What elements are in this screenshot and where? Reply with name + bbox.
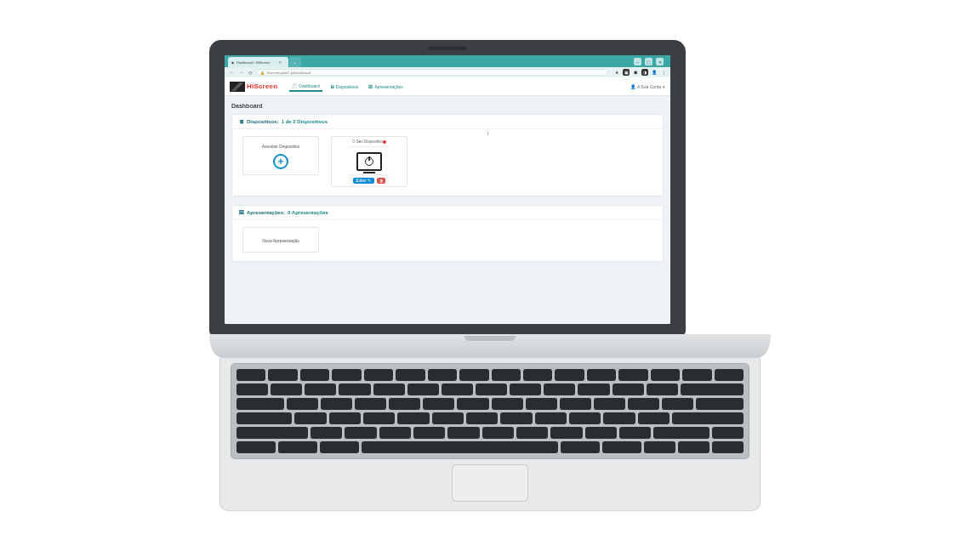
panel-label: Dispositivos: [247,119,279,124]
screen: ◆ Dashboard - HiScreen ✕ + ─ ▢ ✕ ← → ⟳ 🔒 [225,55,670,324]
monitor-icon: 🖥 [239,119,244,124]
trackpad[interactable] [452,464,528,502]
window-close-button[interactable]: ✕ [656,58,664,65]
panel-count: 0 Apresentações [288,210,328,215]
presentations-panel-header: 🖼 Apresentações: 0 Apresentações [232,206,663,220]
extension-icon[interactable]: ⬢ [632,69,639,76]
laptop-hinge [209,334,771,358]
address-field[interactable]: 🔒 hiscreen.pixel7.pt/dashboard [256,69,608,76]
device-card-header: O Seu Dispositivo [349,137,390,147]
account-label: A Sua Conta [637,84,661,89]
devices-panel: 🖥 Dispositivos: 1 de 2 Dispositivos I As… [231,114,664,196]
presentations-panel: 🖼 Apresentações: 0 Apresentações Nova Ap… [231,205,664,262]
button-label: Editar [356,179,367,183]
account-menu[interactable]: 👤 A Sua Conta ▾ [630,84,665,89]
browser-tabstrip: ◆ Dashboard - HiScreen ✕ + ─ ▢ ✕ [225,55,670,67]
power-icon [365,157,373,166]
browser-menu-icon[interactable]: ⋮ [660,69,667,76]
new-presentation-card[interactable]: Nova Apresentação [242,227,319,253]
presentation-icon: 🖼 [239,210,244,215]
monitor-power-icon [356,152,382,171]
monitor-bezel: ◆ Dashboard - HiScreen ✕ + ─ ▢ ✕ ← → ⟳ 🔒 [209,40,686,336]
nav-back-icon[interactable]: ← [228,69,236,77]
laptop-base [219,358,761,511]
tab-title: Dashboard - HiScreen [236,60,271,65]
nav-apresentacoes[interactable]: 🖼 Apresentações [366,82,405,92]
nav-label: Apresentações [374,84,402,89]
device-card-body [353,147,385,174]
brand-logo[interactable]: HiScreen [230,82,277,92]
devices-panel-body: I Associar Dispositivo + O Seu Dispositi… [232,129,663,196]
associate-device-label: Associar Dispositivo [262,144,300,149]
edit-icon: ✎ [368,179,371,183]
app-navbar: HiScreen 🕛 Dashboard 🖥 Dispositivos 🖼 Ap… [225,77,670,96]
status-offline-icon [383,140,386,144]
window-maximize-button[interactable]: ▢ [645,58,652,65]
extension-icons: ★ ▣ ⬢ ◑ 👤 ⋮ [610,69,667,76]
gauge-icon: 🕛 [292,83,297,88]
laptop-frame: ◆ Dashboard - HiScreen ✕ + ─ ▢ ✕ ← → ⟳ 🔒 [209,40,771,511]
nav-dashboard[interactable]: 🕛 Dashboard [289,82,322,92]
device-edit-button[interactable]: Editar ✎ [353,178,375,184]
url-text: hiscreen.pixel7.pt/dashboard [267,71,311,75]
trash-icon: 🗑 [379,179,384,183]
devices-panel-header: 🖥 Dispositivos: 1 de 2 Dispositivos [232,115,663,129]
extension-icon[interactable]: ◑ [641,69,648,76]
brand-name: HiScreen [247,82,277,90]
logo-mark-icon [230,82,245,92]
user-icon: 👤 [630,84,635,89]
new-tab-button[interactable]: + [289,57,301,67]
chevron-down-icon: ▾ [663,84,665,89]
plus-circle-icon: + [273,154,288,169]
device-card-footer: Editar ✎ 🗑 [350,174,390,186]
device-name: O Seu Dispositivo [352,139,383,144]
nav-dispositivos[interactable]: 🖥 Dispositivos [328,82,362,92]
monitor-icon: 🖥 [330,84,334,89]
new-presentation-label: Nova Apresentação [262,238,299,243]
extension-icon[interactable]: ★ [613,69,620,76]
lock-icon: 🔒 [260,71,265,75]
panel-count: 1 de 2 Dispositivos [282,119,328,124]
nav-label: Dashboard [299,83,319,88]
close-tab-icon[interactable]: ✕ [278,60,282,65]
presentations-panel-body: Nova Apresentação [232,220,663,261]
nav-forward-icon[interactable]: → [237,69,245,77]
text-cursor-icon: I [487,131,488,136]
favicon-icon: ◆ [231,60,234,65]
page-body: Dashboard 🖥 Dispositivos: 1 de 2 Disposi… [225,96,670,324]
associate-device-card[interactable]: Associar Dispositivo + [242,136,319,175]
nav-links: 🕛 Dashboard 🖥 Dispositivos 🖼 Apresentaçõ… [289,82,406,92]
keyboard [231,363,749,459]
window-controls: ─ ▢ ✕ [634,58,667,67]
device-card: O Seu Dispositivo Editar [331,136,407,187]
window-minimize-button[interactable]: ─ [634,58,641,65]
nav-reload-icon[interactable]: ⟳ [247,69,254,77]
panel-label: Apresentações: [247,210,285,215]
nav-label: Dispositivos [336,84,359,89]
camera-notch [428,47,467,50]
browser-addrbar: ← → ⟳ 🔒 hiscreen.pixel7.pt/dashboard ★ ▣… [225,67,670,77]
page-title: Dashboard [231,103,664,109]
device-delete-button[interactable]: 🗑 [377,178,385,184]
profile-avatar-icon[interactable]: 👤 [651,69,658,76]
extension-icon[interactable]: ▣ [623,69,630,76]
presentation-icon: 🖼 [368,84,373,89]
browser-tab-active[interactable]: ◆ Dashboard - HiScreen ✕ [228,57,288,67]
